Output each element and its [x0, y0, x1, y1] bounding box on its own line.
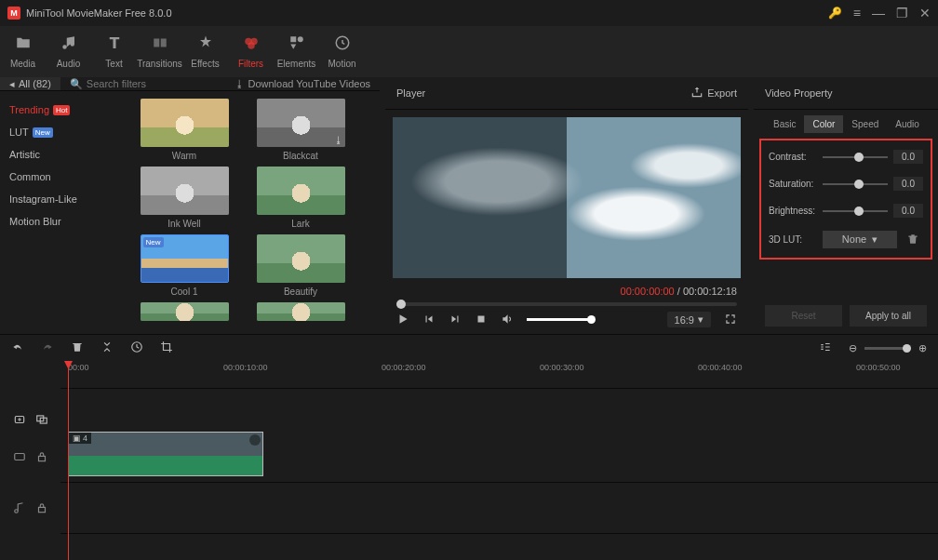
- timecode: 00:00:00:00 / 00:00:12:18: [396, 286, 737, 297]
- folder-icon: [15, 34, 32, 55]
- effects-icon: [197, 34, 214, 55]
- tab-speed[interactable]: Speed: [843, 115, 887, 133]
- prev-frame-button[interactable]: [422, 313, 436, 327]
- sidebar-item-common[interactable]: Common: [0, 166, 105, 188]
- toolbar-text[interactable]: Text: [91, 26, 137, 77]
- filter-partial[interactable]: [257, 302, 345, 321]
- delete-lut-button[interactable]: [903, 233, 923, 247]
- filter-thumbnail: New: [141, 234, 229, 283]
- chevron-down-icon: ▾: [698, 313, 704, 326]
- filter-cool1[interactable]: NewCool 1: [141, 234, 229, 297]
- filter-thumbnail: ⭳: [257, 99, 345, 147]
- progress-knob[interactable]: [396, 300, 406, 309]
- toolbar-elements[interactable]: Elements: [274, 26, 319, 77]
- zoom-slider[interactable]: [864, 347, 911, 350]
- stop-button[interactable]: [475, 313, 488, 327]
- contrast-slider[interactable]: [823, 156, 888, 158]
- sidebar-item-trending[interactable]: TrendingHot: [0, 99, 105, 121]
- filter-blackcat[interactable]: ⭳Blackcat: [257, 99, 345, 161]
- toolbar-motion[interactable]: Motion: [319, 26, 365, 77]
- filter-lark[interactable]: Lark: [257, 167, 345, 229]
- audio-track[interactable]: [60, 483, 938, 534]
- sidebar-item-instagram[interactable]: Instagram-Like: [0, 188, 105, 210]
- contrast-value[interactable]: 0.0: [893, 150, 923, 164]
- filter-thumbnail: [257, 302, 345, 321]
- next-frame-button[interactable]: [449, 313, 462, 327]
- audio-track-head: [0, 483, 60, 534]
- tab-color[interactable]: Color: [804, 115, 843, 133]
- filter-warm[interactable]: Warm: [141, 99, 229, 161]
- slider-knob[interactable]: [854, 180, 864, 189]
- undo-button[interactable]: [11, 340, 24, 355]
- saturation-slider[interactable]: [823, 183, 888, 185]
- add-track-icon[interactable]: [13, 413, 26, 428]
- volume-slider[interactable]: [527, 318, 592, 321]
- sidebar-item-motion-blur[interactable]: Motion Blur: [0, 210, 105, 233]
- close-icon[interactable]: ✕: [919, 6, 931, 20]
- split-button[interactable]: [100, 340, 114, 355]
- upgrade-key-icon[interactable]: 🔑: [828, 7, 842, 20]
- filter-ink-well[interactable]: Ink Well: [141, 167, 229, 229]
- lock-icon[interactable]: [35, 450, 48, 465]
- player-controls: 00:00:00:00 / 00:00:12:18 16:9▾: [385, 286, 748, 334]
- reset-button[interactable]: Reset: [765, 305, 842, 327]
- toolbar-effects[interactable]: Effects: [182, 26, 228, 77]
- main-toolbar: Media Audio Text Transitions Effects Fil…: [0, 26, 938, 77]
- auto-fit-button[interactable]: [819, 340, 832, 355]
- color-properties: Contrast: 0.0 Saturation: 0.0 Brightness…: [759, 139, 932, 260]
- track-overlay-icon[interactable]: [35, 413, 48, 428]
- delete-button[interactable]: [71, 340, 84, 355]
- property-panel: Video Property Basic Color Speed Audio C…: [754, 77, 938, 334]
- crop-button[interactable]: [160, 340, 173, 355]
- tab-audio[interactable]: Audio: [887, 115, 928, 133]
- tracks-area[interactable]: 00:00 00:00:10:00 00:00:20:00 00:00:30:0…: [60, 361, 938, 560]
- new-badge: New: [143, 237, 164, 247]
- maximize-icon[interactable]: ❐: [896, 6, 908, 20]
- new-badge: New: [33, 127, 53, 138]
- category-all[interactable]: ◂ All (82): [0, 77, 60, 90]
- sidebar-item-lut[interactable]: LUTNew: [0, 121, 105, 143]
- toolbar-media[interactable]: Media: [0, 26, 46, 77]
- redo-button[interactable]: [41, 340, 54, 355]
- brightness-slider[interactable]: [823, 210, 888, 212]
- lut-select[interactable]: None▾: [823, 231, 897, 248]
- toolbar-audio[interactable]: Audio: [46, 26, 91, 77]
- download-youtube-link[interactable]: ⭳ Download YouTube Videos: [225, 78, 381, 89]
- svg-point-2: [248, 42, 255, 49]
- brightness-value[interactable]: 0.0: [893, 204, 923, 218]
- playhead[interactable]: [68, 361, 69, 560]
- search-icon: 🔍: [70, 78, 83, 90]
- sidebar-item-artistic[interactable]: Artistic: [0, 143, 105, 166]
- volume-icon[interactable]: [501, 313, 514, 327]
- export-button[interactable]: Export: [690, 86, 737, 100]
- apply-all-button[interactable]: Apply to all: [850, 305, 927, 327]
- menu-icon[interactable]: ≡: [853, 6, 861, 20]
- saturation-value[interactable]: 0.0: [893, 177, 923, 191]
- player-viewport[interactable]: [393, 117, 741, 278]
- time-ruler[interactable]: 00:00 00:00:10:00 00:00:20:00 00:00:30:0…: [60, 361, 938, 389]
- video-clip[interactable]: ▣4: [68, 432, 263, 476]
- fullscreen-button[interactable]: [724, 313, 737, 327]
- titlebar: M MiniTool MovieMaker Free 8.0.0 🔑 ≡ — ❐…: [0, 0, 938, 26]
- speed-button[interactable]: [130, 340, 143, 355]
- lut-label: 3D LUT:: [769, 234, 817, 245]
- tab-basic[interactable]: Basic: [765, 115, 804, 133]
- minimize-icon[interactable]: —: [872, 6, 885, 20]
- zoom-out-button[interactable]: ⊖: [849, 342, 857, 354]
- progress-bar[interactable]: [396, 302, 737, 306]
- filter-beautify[interactable]: Beautify: [257, 234, 345, 297]
- filter-partial[interactable]: [141, 302, 229, 321]
- clip-end-handle[interactable]: [249, 434, 261, 446]
- app-logo: M: [7, 7, 20, 20]
- zoom-in-button[interactable]: ⊕: [918, 342, 927, 354]
- aspect-ratio-select[interactable]: 16:9▾: [667, 312, 711, 327]
- lock-icon[interactable]: [35, 501, 48, 516]
- toolbar-filters[interactable]: Filters: [228, 26, 274, 77]
- play-button[interactable]: [396, 313, 409, 327]
- clip-icon: ▣: [73, 433, 81, 443]
- slider-knob[interactable]: [854, 153, 864, 162]
- slider-knob[interactable]: [854, 207, 864, 216]
- music-icon: [60, 34, 77, 55]
- search-filters[interactable]: 🔍 Search filters: [60, 78, 225, 90]
- toolbar-transitions[interactable]: Transitions: [137, 26, 182, 77]
